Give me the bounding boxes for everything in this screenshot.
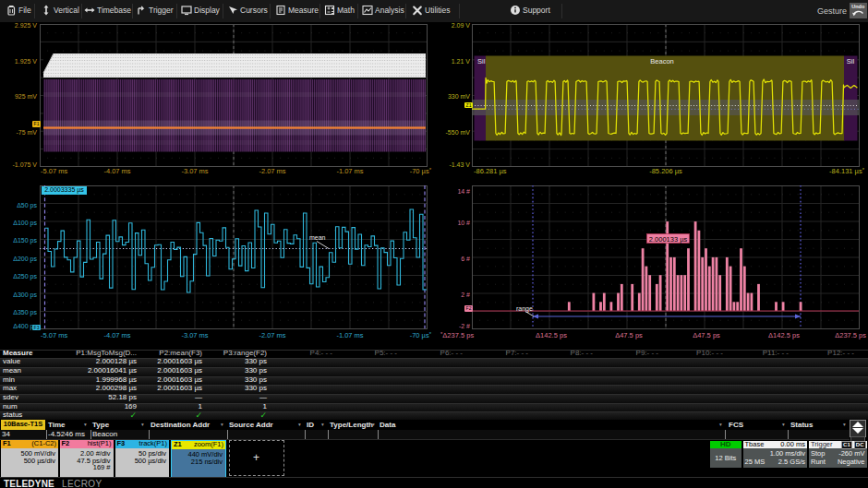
svg-text:mean: mean (309, 234, 326, 241)
svg-text:Sil: Sil (847, 57, 855, 65)
svg-text:2.000133 µs: 2.000133 µs (649, 235, 688, 244)
svg-text:Beacon: Beacon (650, 57, 673, 65)
svg-text:range: range (516, 305, 533, 313)
svg-text:Sil: Sil (477, 57, 486, 65)
